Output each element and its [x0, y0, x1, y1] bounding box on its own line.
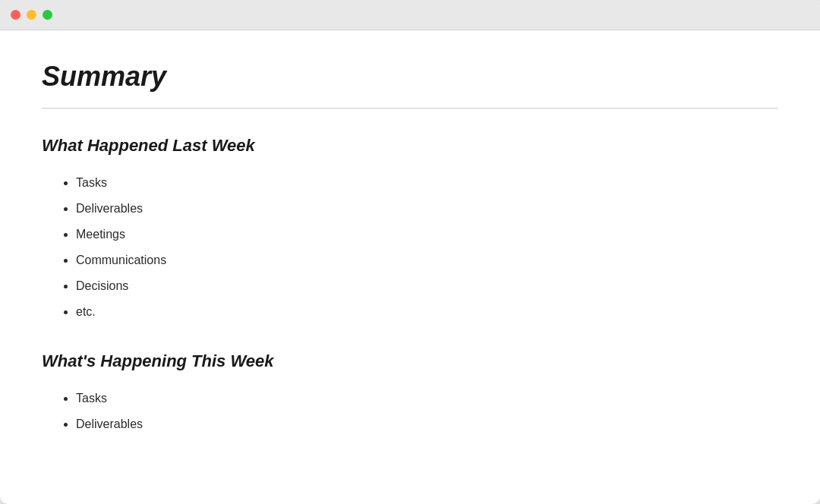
list-item: etc. — [76, 303, 778, 321]
list-item: Tasks — [76, 389, 778, 408]
list-item-decisions: Decisions — [76, 277, 778, 295]
section-last-week: What Happened Last Week Tasks Deliverabl… — [42, 136, 778, 321]
section-last-week-list: Tasks Deliverables Meetings Communicatio… — [42, 174, 778, 321]
section-this-week-list: Tasks Deliverables — [42, 389, 778, 433]
minimize-button[interactable] — [27, 10, 36, 20]
list-item: Communications — [76, 251, 778, 269]
close-button[interactable] — [11, 10, 20, 20]
list-item: Deliverables — [76, 200, 778, 218]
page-title: Summary — [42, 61, 778, 93]
list-item: Deliverables — [76, 415, 778, 433]
section-this-week: What's Happening This Week Tasks Deliver… — [42, 351, 778, 433]
list-item: Tasks — [76, 174, 778, 192]
section-this-week-heading: What's Happening This Week — [42, 351, 778, 371]
title-divider — [42, 108, 778, 109]
app-window: Summary What Happened Last Week Tasks De… — [0, 0, 820, 504]
maximize-button[interactable] — [43, 10, 52, 20]
section-last-week-heading: What Happened Last Week — [42, 136, 778, 156]
main-content: Summary What Happened Last Week Tasks De… — [0, 30, 820, 504]
titlebar — [0, 0, 820, 30]
list-item: Meetings — [76, 225, 778, 244]
